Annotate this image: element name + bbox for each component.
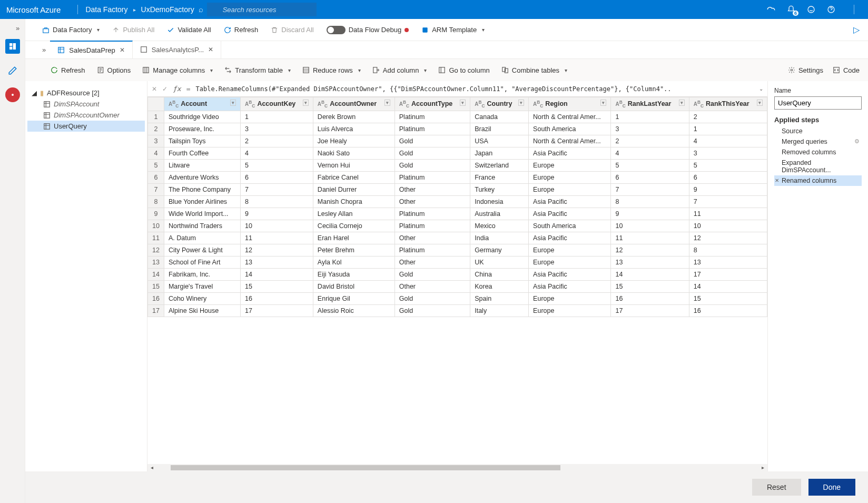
row-number[interactable]: 12: [148, 244, 164, 257]
cell[interactable]: UK: [470, 257, 529, 269]
table-row[interactable]: 6Adventure Works6Fabrice CanelPlatinumFr…: [148, 172, 767, 184]
cell[interactable]: Indonesia: [470, 196, 529, 208]
cell[interactable]: 17: [689, 269, 767, 281]
cell[interactable]: 17: [241, 305, 313, 317]
column-header[interactable]: ABCAccountOwner▾: [313, 97, 394, 111]
cell[interactable]: 3: [611, 123, 689, 135]
cancel-formula-icon[interactable]: ✕: [152, 85, 157, 93]
cell[interactable]: 13: [689, 257, 767, 269]
table-row[interactable]: 2Proseware, Inc.3Luis AlvercaPlatinumBra…: [148, 123, 767, 135]
cell[interactable]: Vernon Hui: [313, 160, 394, 172]
column-header[interactable]: ABCAccount▾: [164, 97, 240, 111]
table-row[interactable]: 5Litware5Vernon HuiGoldSwitzerlandEurope…: [148, 160, 767, 172]
table-row[interactable]: 13School of Fine Art13Ayla KolOtherUKEur…: [148, 257, 767, 269]
cell[interactable]: Fourth Coffee: [164, 147, 240, 160]
cell[interactable]: Turkey: [470, 184, 529, 196]
commit-formula-icon[interactable]: ✓: [162, 85, 167, 93]
table-row[interactable]: 3Tailspin Toys2Joe HealyGoldUSANorth & C…: [148, 135, 767, 147]
cell[interactable]: Australia: [470, 208, 529, 220]
cell[interactable]: Asia Pacific: [529, 269, 611, 281]
column-header[interactable]: ABCAccountType▾: [394, 97, 470, 111]
cell[interactable]: Canada: [470, 111, 529, 123]
run-icon[interactable]: ▷: [853, 25, 860, 35]
cell[interactable]: 7: [241, 184, 313, 196]
cell[interactable]: Coho Winery: [164, 293, 240, 305]
cell[interactable]: 10: [689, 220, 767, 232]
row-number[interactable]: 15: [148, 281, 164, 293]
cell[interactable]: China: [470, 269, 529, 281]
cell[interactable]: 2: [689, 111, 767, 123]
tree-folder[interactable]: ◢ ▮ ADFResource [2]: [27, 87, 145, 98]
row-number[interactable]: 1: [148, 111, 164, 123]
column-filter-icon[interactable]: ▾: [679, 100, 685, 106]
cell[interactable]: 5: [611, 160, 689, 172]
cell[interactable]: Other: [394, 232, 470, 244]
done-button[interactable]: Done: [808, 479, 855, 496]
breadcrumb-leaf[interactable]: UxDemoFactory: [141, 5, 194, 14]
applied-step[interactable]: Renamed columns: [774, 175, 862, 186]
close-icon[interactable]: ✕: [120, 46, 125, 54]
cell[interactable]: 11: [689, 208, 767, 220]
cell[interactable]: David Bristol: [313, 281, 394, 293]
tree-item[interactable]: DimSPAccountOwner: [27, 110, 145, 121]
column-filter-icon[interactable]: ▾: [303, 100, 309, 106]
column-filter-icon[interactable]: ▾: [757, 100, 763, 106]
cell[interactable]: 1: [241, 111, 313, 123]
cell[interactable]: North & Central Amer...: [529, 111, 611, 123]
cell[interactable]: USA: [470, 135, 529, 147]
row-number[interactable]: 7: [148, 184, 164, 196]
cell[interactable]: 12: [611, 244, 689, 257]
cell[interactable]: 2: [611, 135, 689, 147]
discard-button[interactable]: Discard All: [271, 26, 313, 34]
row-number[interactable]: 3: [148, 135, 164, 147]
row-number[interactable]: 11: [148, 232, 164, 244]
cell[interactable]: Northwind Traders: [164, 220, 240, 232]
cell[interactable]: 13: [611, 257, 689, 269]
cloud-shell-icon[interactable]: [766, 5, 776, 14]
cell[interactable]: Alessio Roic: [313, 305, 394, 317]
cell[interactable]: Korea: [470, 281, 529, 293]
cell[interactable]: 9: [241, 208, 313, 220]
cell[interactable]: Cecilia Cornejo: [313, 220, 394, 232]
cell[interactable]: Asia Pacific: [529, 147, 611, 160]
options-button[interactable]: Options: [97, 66, 131, 74]
cell[interactable]: 16: [611, 293, 689, 305]
cell[interactable]: Fabrice Canel: [313, 172, 394, 184]
cell[interactable]: Tailspin Toys: [164, 135, 240, 147]
cell[interactable]: Joe Healy: [313, 135, 394, 147]
cell[interactable]: 14: [241, 269, 313, 281]
brand[interactable]: Microsoft Azure: [6, 5, 61, 14]
row-number[interactable]: 9: [148, 208, 164, 220]
cell[interactable]: Europe: [529, 160, 611, 172]
cell[interactable]: 15: [689, 293, 767, 305]
cell[interactable]: 6: [689, 172, 767, 184]
code-button[interactable]: Code: [833, 66, 860, 74]
cell[interactable]: Adventure Works: [164, 172, 240, 184]
row-number[interactable]: 4: [148, 147, 164, 160]
table-row[interactable]: 4Fourth Coffee4Naoki SatoGoldJapanAsia P…: [148, 147, 767, 160]
cell[interactable]: Proseware, Inc.: [164, 123, 240, 135]
row-number[interactable]: 13: [148, 257, 164, 269]
table-row[interactable]: 14Fabrikam, Inc.14Eiji YasudaGoldChinaAs…: [148, 269, 767, 281]
table-row[interactable]: 17Alpine Ski House17Alessio RoicGoldItal…: [148, 305, 767, 317]
applied-step[interactable]: Merged queries⚙: [774, 136, 862, 147]
applied-step[interactable]: Removed columns: [774, 147, 862, 157]
cell[interactable]: The Phone Company: [164, 184, 240, 196]
cell[interactable]: France: [470, 172, 529, 184]
applied-step[interactable]: Source: [774, 126, 862, 136]
cell[interactable]: Platinum: [394, 208, 470, 220]
cell[interactable]: 11: [241, 232, 313, 244]
cell[interactable]: 14: [611, 269, 689, 281]
breadcrumb-root[interactable]: Data Factory: [85, 5, 127, 14]
cell[interactable]: 2: [241, 135, 313, 147]
row-number[interactable]: 6: [148, 172, 164, 184]
cell[interactable]: Lesley Allan: [313, 208, 394, 220]
cell[interactable]: Fabrikam, Inc.: [164, 269, 240, 281]
cell[interactable]: South America: [529, 220, 611, 232]
table-row[interactable]: 9Wide World Import...9Lesley AllanPlatin…: [148, 208, 767, 220]
refresh-button[interactable]: Refresh: [224, 26, 259, 34]
scroll-left-icon[interactable]: ◂: [151, 465, 153, 470]
table-row[interactable]: 10Northwind Traders10Cecilia CornejoPlat…: [148, 220, 767, 232]
tree-item[interactable]: UserQuery: [27, 121, 145, 132]
cell[interactable]: 1: [689, 123, 767, 135]
